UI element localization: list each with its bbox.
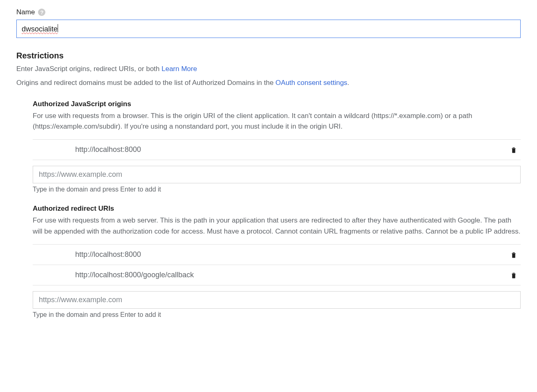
help-icon[interactable]: ?	[38, 9, 45, 16]
redirect-uris-title: Authorized redirect URIs	[33, 205, 521, 213]
delete-button[interactable]	[507, 251, 521, 259]
trash-icon	[510, 251, 517, 259]
redirect-uris-list: http://localhost:8000 http://localhost:8…	[33, 244, 521, 285]
trash-icon	[510, 271, 517, 279]
redirect-uri-input[interactable]	[33, 291, 521, 309]
restrictions-desc: Enter JavaScript origins, redirect URIs,…	[16, 64, 521, 74]
name-input[interactable]: dwsocialite	[16, 20, 521, 38]
js-origins-list: http://localhost:8000	[33, 139, 521, 160]
redirect-uris-section: Authorized redirect URIs For use with re…	[33, 205, 521, 318]
trash-icon	[510, 146, 517, 154]
name-value: dwsocialite	[22, 25, 58, 33]
name-label: Name	[16, 8, 35, 16]
origin-value: http://localhost:8000	[75, 145, 507, 154]
js-origins-title: Authorized JavaScript origins	[33, 100, 521, 108]
redirect-value: http://localhost:8000	[75, 250, 507, 259]
redirect-uri-hint: Type in the domain and press Enter to ad…	[33, 311, 521, 318]
text-caret	[58, 24, 58, 32]
list-item: http://localhost:8000/google/callback	[33, 265, 521, 285]
js-origins-section: Authorized JavaScript origins For use wi…	[33, 100, 521, 194]
domains-note-period: .	[347, 79, 349, 87]
restrictions-desc-text: Enter JavaScript origins, redirect URIs,…	[16, 65, 161, 73]
oauth-consent-link[interactable]: OAuth consent settings	[275, 79, 347, 87]
list-item: http://localhost:8000	[33, 245, 521, 265]
js-origins-desc: For use with requests from a browser. Th…	[33, 111, 521, 132]
domains-note: Origins and redirect domains must be add…	[16, 78, 521, 88]
delete-button[interactable]	[507, 271, 521, 279]
list-item: http://localhost:8000	[33, 140, 521, 160]
js-origin-input[interactable]	[33, 166, 521, 183]
js-origin-hint: Type in the domain and press Enter to ad…	[33, 186, 521, 193]
redirect-uris-desc: For use with requests from a web server.…	[33, 215, 521, 237]
delete-button[interactable]	[507, 146, 521, 154]
learn-more-link[interactable]: Learn More	[161, 65, 197, 73]
redirect-value: http://localhost:8000/google/callback	[75, 271, 507, 279]
restrictions-title: Restrictions	[16, 51, 521, 60]
domains-note-text: Origins and redirect domains must be add…	[16, 79, 275, 87]
